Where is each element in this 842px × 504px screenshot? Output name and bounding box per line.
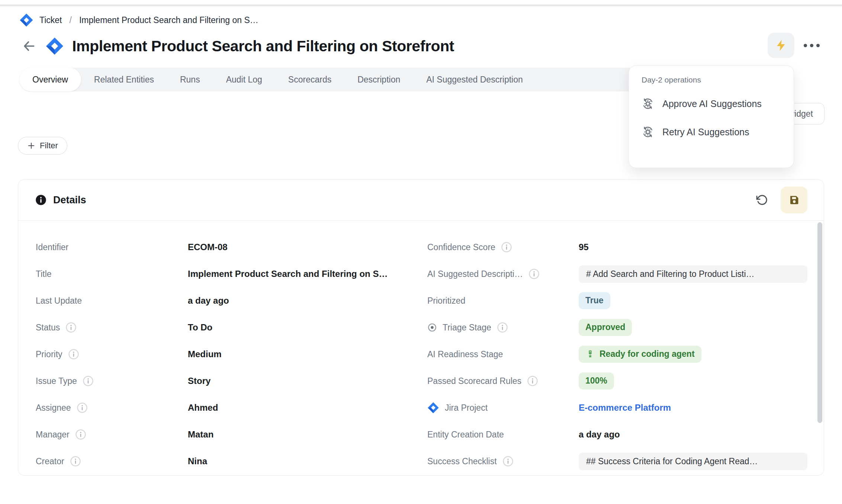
field-row-assignee: Assignee Ahmed — [18, 394, 421, 421]
gear-sync-icon — [642, 97, 654, 110]
save-floppy-icon — [788, 194, 800, 206]
top-divider — [0, 4, 842, 6]
field-label: Creator — [36, 456, 64, 466]
field-label: Triage Stage — [443, 323, 491, 333]
details-fields: Identifier ECOM-08 Confidence Score 95 T… — [18, 221, 824, 475]
field-row-status: Status To Do — [18, 314, 421, 341]
more-options-button[interactable] — [804, 44, 820, 47]
tab-ai-suggested-description[interactable]: AI Suggested Description — [413, 68, 536, 91]
field-row-creator: Creator Nina — [18, 448, 421, 475]
field-value: ECOM-08 — [188, 242, 228, 252]
radio-icon — [427, 323, 437, 332]
breadcrumb-current: Implement Product Search and Filtering o… — [79, 15, 258, 25]
field-row-jira-project: Jira Project E-commerce Platform — [421, 394, 825, 421]
tab-overview[interactable]: Overview — [19, 68, 81, 91]
status-badge: Ready for coding agent — [579, 346, 701, 363]
plus-icon — [27, 142, 35, 150]
field-label: Passed Scorecard Rules — [427, 376, 521, 386]
field-value: Implement Product Search and Filtering o… — [188, 269, 388, 279]
field-row-success-checklist: Success Checklist ## Success Criteria fo… — [421, 448, 825, 475]
lightning-bolt-icon — [775, 39, 787, 52]
back-button[interactable] — [21, 38, 37, 54]
field-row-priority: Priority Medium — [18, 341, 421, 368]
quick-actions-button[interactable] — [768, 33, 794, 58]
field-label: Success Checklist — [427, 456, 497, 466]
field-value: Medium — [188, 349, 222, 359]
field-label: Status — [36, 323, 60, 333]
field-value: Ahmed — [188, 403, 218, 413]
info-icon[interactable] — [528, 268, 540, 280]
tab-audit-log[interactable]: Audit Log — [213, 68, 275, 91]
jira-icon — [427, 402, 439, 414]
page-title: Implement Product Search and Filtering o… — [72, 38, 454, 55]
ellipsis-dot — [810, 44, 813, 47]
info-filled-icon — [35, 194, 46, 206]
ellipsis-dot — [804, 44, 807, 47]
info-icon[interactable] — [502, 456, 514, 467]
ellipsis-dot — [816, 44, 820, 47]
field-value-box[interactable]: # Add Search and Filtering to Product Li… — [579, 265, 807, 283]
field-row-ai-readiness-stage: AI Readiness Stage Ready for coding agen… — [421, 341, 825, 368]
menu-header: Day-2 operations — [629, 75, 794, 84]
info-icon[interactable] — [68, 349, 79, 360]
field-row-issue-type: Issue Type Story — [18, 368, 421, 394]
breadcrumb-separator: / — [70, 15, 72, 25]
field-label: Identifier — [36, 242, 68, 252]
info-icon[interactable] — [501, 242, 512, 253]
field-value: a day ago — [579, 429, 620, 440]
info-icon[interactable] — [527, 375, 538, 387]
field-value: Matan — [188, 429, 213, 440]
jira-title-icon — [45, 37, 64, 55]
menu-item-retry-ai-suggestions[interactable]: Retry AI Suggestions — [629, 118, 794, 146]
field-label: Priority — [36, 349, 62, 359]
field-label: AI Suggested Descripti… — [427, 269, 523, 279]
field-label: Jira Project — [445, 403, 488, 413]
field-row-identifier: Identifier ECOM-08 — [18, 234, 421, 261]
field-row-last-update: Last Update a day ago — [18, 287, 421, 314]
field-row-passed-scorecard-rules: Passed Scorecard Rules 100% — [421, 368, 825, 394]
details-card: Details Ident — [18, 179, 824, 476]
field-row-ai-suggested-description: AI Suggested Descripti… # Add Search and… — [421, 261, 825, 287]
tab-scorecards[interactable]: Scorecards — [275, 68, 344, 91]
field-label: Entity Creation Date — [427, 430, 504, 440]
tab-description[interactable]: Description — [344, 68, 413, 91]
field-label: Assignee — [36, 403, 71, 413]
field-value: 95 — [579, 242, 589, 252]
tab-related-entities[interactable]: Related Entities — [81, 68, 167, 91]
menu-item-approve-ai-suggestions[interactable]: Approve AI Suggestions — [629, 90, 794, 118]
info-icon[interactable] — [77, 402, 88, 413]
jira-project-link[interactable]: E-commerce Platform — [579, 403, 671, 413]
field-label: Last Update — [36, 296, 82, 306]
info-icon[interactable] — [497, 322, 508, 333]
field-value: Nina — [188, 456, 207, 466]
field-row-manager: Manager Matan — [18, 421, 421, 448]
info-icon[interactable] — [70, 456, 81, 467]
save-button[interactable] — [781, 187, 807, 213]
jira-ticket-icon — [19, 13, 33, 27]
card-scrollbar-thumb[interactable] — [817, 222, 822, 423]
status-badge: True — [579, 292, 610, 309]
field-row-confidence-score: Confidence Score 95 — [421, 234, 825, 261]
info-icon[interactable] — [75, 429, 86, 440]
field-label: Manager — [36, 430, 70, 440]
field-label: Prioritized — [427, 296, 465, 306]
filter-label: Filter — [40, 141, 58, 151]
info-icon[interactable] — [83, 375, 94, 387]
undo-button[interactable] — [754, 192, 770, 208]
entity-page: Ticket / Implement Product Search and Fi… — [0, 0, 842, 504]
field-value: To Do — [188, 322, 212, 333]
tab-runs[interactable]: Runs — [167, 68, 213, 91]
field-label: Title — [36, 269, 52, 279]
field-value: Story — [188, 376, 210, 386]
breadcrumb: Ticket / Implement Product Search and Fi… — [19, 12, 258, 28]
status-badge: Approved — [579, 319, 632, 336]
tab-bar: Overview Related Entities Runs Audit Log… — [19, 68, 669, 91]
field-row-triage-stage: Triage Stage Approved — [421, 314, 825, 341]
field-label: Confidence Score — [427, 242, 495, 252]
breadcrumb-entity-type[interactable]: Ticket — [39, 15, 62, 25]
menu-item-label: Approve AI Suggestions — [662, 98, 762, 109]
field-value-box[interactable]: ## Success Criteria for Coding Agent Rea… — [579, 453, 807, 470]
field-row-entity-creation-date: Entity Creation Date a day ago — [421, 421, 825, 448]
filter-button[interactable]: Filter — [18, 137, 67, 155]
info-icon[interactable] — [65, 322, 77, 333]
